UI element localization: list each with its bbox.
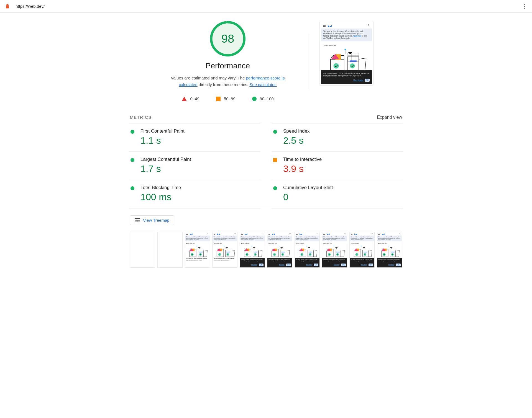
svg-marker-64 (259, 251, 262, 257)
filmstrip-thumbnail[interactable]: ◣◢We want to hear from you! We are looki… (185, 232, 210, 268)
svg-rect-89 (309, 252, 312, 252)
status-dot (131, 158, 134, 162)
svg-rect-75 (281, 252, 285, 252)
svg-rect-103 (336, 252, 340, 252)
svg-point-95 (344, 233, 345, 234)
metric-item[interactable]: Cumulative Layout Shift0 (272, 180, 403, 208)
performance-gauge[interactable]: 98 (210, 21, 245, 56)
report-url: https://web.dev/ (16, 4, 521, 9)
svg-point-53 (262, 233, 263, 234)
filmstrip-thumbnail[interactable] (130, 232, 155, 268)
metric-value: 0 (283, 192, 401, 202)
metric-item[interactable]: Speed Index2.5 s (272, 123, 403, 151)
metric-item[interactable]: Largest Contentful Paint1.7 s (129, 151, 260, 180)
final-screenshot[interactable]: ◣◢ We want to hear from you! We are look… (319, 21, 374, 86)
svg-marker-106 (341, 251, 345, 257)
treemap-icon (135, 218, 140, 222)
svg-point-49 (227, 253, 229, 256)
svg-marker-79 (280, 247, 283, 249)
filmstrip-thumbnail[interactable]: ◣◢We want to hear from you! We are looki… (377, 232, 402, 268)
svg-rect-61 (254, 252, 257, 252)
metric-name: Time to Interactive (283, 157, 401, 162)
filmstrip-thumbnail[interactable]: ◣◢We want to hear from you! We are looki… (322, 232, 347, 268)
metrics-grid: First Contentful Paint1.1 sSpeed Index2.… (129, 123, 403, 208)
svg-line-54 (263, 234, 263, 234)
svg-point-81 (317, 233, 318, 234)
svg-marker-135 (390, 247, 393, 249)
metric-value: 100 ms (140, 192, 259, 202)
svg-point-129 (383, 253, 386, 256)
svg-line-40 (236, 234, 236, 234)
filmstrip-thumbnail[interactable]: ◣◢We want to hear from you! We are looki… (295, 232, 320, 268)
circle-icon (252, 97, 257, 101)
svg-point-123 (399, 233, 400, 234)
svg-point-2 (368, 25, 369, 26)
metric-item[interactable]: Total Blocking Time100 ms (129, 180, 260, 208)
svg-line-68 (290, 234, 291, 234)
metric-item[interactable]: First Contentful Paint1.1 s (129, 123, 260, 151)
svg-point-39 (235, 233, 236, 234)
svg-rect-33 (199, 252, 203, 252)
score-section: 98 Performance Values are estimated and … (158, 21, 297, 101)
triangle-icon (182, 97, 187, 101)
filmstrip-thumbnail[interactable]: ◣◢We want to hear from you! We are looki… (240, 232, 265, 268)
svg-point-19 (350, 63, 355, 68)
svg-marker-20 (359, 58, 366, 70)
svg-point-66 (251, 246, 252, 246)
expand-view-toggle[interactable]: Expand view (377, 115, 402, 120)
svg-marker-107 (335, 247, 338, 249)
svg-point-31 (191, 253, 194, 256)
tools-menu-button[interactable] (521, 3, 528, 10)
svg-point-91 (309, 253, 311, 256)
square-icon (216, 97, 221, 101)
metric-value: 1.1 s (140, 135, 259, 146)
svg-point-45 (218, 253, 221, 256)
metric-name: Total Blocking Time (140, 185, 259, 190)
svg-marker-36 (204, 251, 208, 257)
svg-point-59 (246, 253, 249, 256)
webdev-logo-icon: ◣◢ (328, 24, 332, 27)
svg-point-77 (282, 253, 284, 256)
status-dot (131, 130, 134, 134)
filmstrip-thumbnail[interactable]: ◣◢We want to hear from you! We are looki… (349, 232, 375, 268)
svg-point-5 (344, 49, 346, 50)
gauge-score: 98 (221, 32, 234, 45)
filmstrip-thumbnail[interactable]: ◣◢We want to hear from you! We are looki… (267, 232, 292, 268)
filmstrip-thumbnail[interactable] (157, 232, 183, 268)
svg-point-119 (364, 253, 366, 256)
category-title: Performance (158, 61, 297, 70)
svg-point-94 (306, 246, 307, 246)
svg-point-122 (361, 246, 362, 246)
svg-point-87 (301, 253, 303, 256)
calculator-link[interactable]: See calculator. (249, 82, 277, 87)
svg-point-38 (196, 246, 197, 246)
svg-marker-50 (231, 251, 235, 257)
view-treemap-button[interactable]: View Treemap (130, 215, 174, 225)
metric-value: 1.7 s (140, 163, 259, 174)
svg-point-35 (199, 253, 202, 256)
svg-point-25 (207, 233, 208, 234)
svg-marker-65 (253, 247, 255, 249)
vertical-divider (308, 33, 308, 89)
metric-name: Largest Contentful Paint (140, 157, 259, 162)
svg-line-26 (208, 234, 208, 234)
svg-point-10 (333, 63, 339, 69)
svg-marker-92 (313, 251, 317, 257)
metric-name: Speed Index (283, 128, 401, 134)
svg-point-133 (391, 253, 394, 256)
score-legend: 0–49 50–89 90–100 (158, 96, 297, 101)
metric-name: First Contentful Paint (140, 128, 259, 134)
topbar: https://web.dev/ (0, 0, 532, 13)
filmstrip-thumbnail[interactable]: ◣◢We want to hear from you! We are looki… (212, 232, 237, 268)
svg-marker-121 (363, 247, 365, 249)
svg-point-115 (355, 253, 358, 256)
svg-marker-78 (286, 251, 290, 257)
metrics-heading: METRICS (130, 115, 152, 120)
svg-marker-120 (368, 251, 372, 257)
metric-item[interactable]: Time to Interactive3.9 s (272, 151, 403, 180)
search-icon (367, 24, 370, 27)
metric-value: 3.9 s (283, 163, 401, 174)
filmstrip: ◣◢We want to hear from you! We are looki… (129, 232, 403, 268)
metric-value: 2.5 s (283, 135, 401, 146)
metric-name: Cumulative Layout Shift (283, 185, 401, 190)
